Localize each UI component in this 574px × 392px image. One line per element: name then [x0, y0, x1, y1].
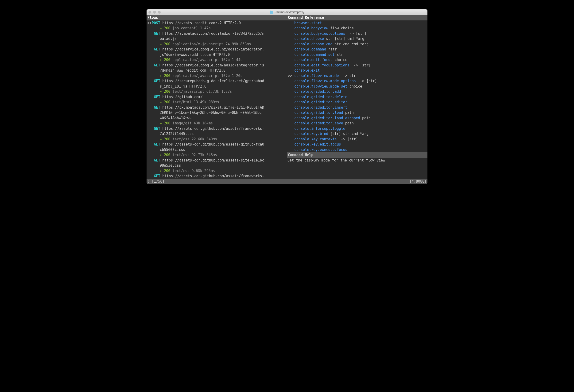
command-row[interactable]: console.edit.focus choice: [287, 57, 427, 63]
command-row[interactable]: console.key.execute.focus: [287, 147, 427, 153]
flows-header: Flows: [146, 15, 287, 20]
command-row[interactable]: console.grideditor.load path: [287, 110, 427, 116]
command-row[interactable]: console.choose.cmd str cmd cmd *arg: [287, 41, 427, 47]
command-row[interactable]: console.command.set str: [287, 52, 427, 58]
close-icon[interactable]: [148, 11, 151, 14]
flow-response: ← 200 application/x-javascript 74.99k 85…: [147, 41, 287, 47]
command-row[interactable]: console.bodyview flow choice: [287, 26, 427, 31]
flows-list[interactable]: >>POST https://events.reddit.com/v2 HTTP…: [146, 20, 287, 179]
command-row[interactable]: console.grideditor.insert: [287, 105, 427, 110]
flow-response: ← 200 text/css 92.73k 548ms: [147, 152, 287, 158]
flow-response: ← 200 text/javascript 61.73k 1.37s: [147, 89, 287, 94]
flow-url-continuation: ZERK1&hp=1&cm=1&kq=2&hq=0&hs=0&hu=0&hr=0…: [147, 110, 287, 116]
flow-response: ← 200 [no content] 1.47s: [147, 26, 287, 31]
flow-url-continuation: ?domain=www.reddit.com HTTP/2.0: [147, 68, 287, 73]
command-row[interactable]: console.grideditor.load_escaped path: [287, 116, 427, 121]
command-row[interactable]: browser.start: [287, 20, 427, 26]
flow-response: ← 200 application/javascript 107b 1.44s: [147, 57, 287, 63]
command-row[interactable]: >> console.flowview.mode -> str: [287, 73, 427, 79]
command-row[interactable]: console.key.contexts -> [str]: [287, 137, 427, 142]
title-text: ~/mitmproxy/mitmproxy: [274, 11, 304, 14]
command-row[interactable]: console.grideditor.editor: [287, 99, 427, 105]
command-row[interactable]: console.bodyview.options -> [str]: [287, 31, 427, 36]
terminal-content: Flows >>POST https://events.reddit.com/v…: [146, 15, 428, 184]
flow-row[interactable]: GET https://assets-cdn.github.com/assets…: [147, 142, 287, 147]
command-row[interactable]: console.key.edit.focus: [287, 142, 427, 147]
flow-url-continuation: js?domain=www.reddit.com HTTP/2.0: [147, 52, 287, 58]
flow-response: ← 200 text/css 22.66k 340ms: [147, 137, 287, 142]
flow-url-continuation: oatad.js: [147, 36, 287, 41]
flow-row[interactable]: GET https://assets-cdn.github.com/assets…: [147, 158, 287, 163]
flow-response: ← 200 text/css 9.68k 295ms: [147, 168, 287, 174]
commands-pane[interactable]: Command Reference browser.start console.…: [287, 15, 428, 179]
flow-row[interactable]: GET https://z.moatads.com/redditadzerk10…: [147, 31, 287, 36]
command-row[interactable]: console.key.bind [str] str cmd *arg: [287, 131, 427, 137]
folder-icon: [270, 11, 273, 14]
flows-pane[interactable]: Flows >>POST https://events.reddit.com/v…: [146, 15, 287, 179]
command-row[interactable]: console.grideditor.add: [287, 89, 427, 94]
flow-url-continuation: 98a53e.css: [147, 163, 287, 168]
minimize-icon[interactable]: [153, 11, 156, 14]
zoom-icon[interactable]: [158, 11, 161, 14]
flow-row[interactable]: GET https://adservice.google.co.nz/adsid…: [147, 47, 287, 52]
command-row[interactable]: console.intercept.toggle: [287, 126, 427, 132]
flow-response: ← 200 image/gif 43b 184ms: [147, 121, 287, 126]
command-row[interactable]: console.grideditor.delete: [287, 94, 427, 100]
command-row[interactable]: console.choose str [str] cmd *arg: [287, 36, 427, 41]
status-right: [*:8080]: [410, 179, 427, 184]
flow-url-continuation: cb55603c.css: [147, 147, 287, 153]
command-row[interactable]: console.flowview.mode.options -> [str]: [287, 78, 427, 84]
flow-row[interactable]: GET https://github.com/: [147, 94, 287, 100]
command-help-text: Get the display mode for the current flo…: [287, 158, 428, 163]
status-bar: ⇩ [1/56] [*:8080]: [146, 179, 428, 184]
flow-url-continuation: 7a12427f1445.css: [147, 131, 287, 137]
flow-row[interactable]: >>POST https://events.reddit.com/v2 HTTP…: [147, 20, 287, 26]
flow-response: ← 200 application/javascript 107b 1.20s: [147, 73, 287, 79]
command-row[interactable]: console.flowview.mode.set choice: [287, 84, 427, 89]
window-title: ~/mitmproxy/mitmproxy: [270, 11, 304, 14]
flow-row[interactable]: GET https://adservice.google.com/adsid/i…: [147, 63, 287, 68]
flow-url-continuation: s_impl_181.js HTTP/2.0: [147, 84, 287, 89]
command-row[interactable]: console.exit: [287, 68, 427, 73]
traffic-lights: [148, 11, 161, 14]
titlebar[interactable]: ~/mitmproxy/mitmproxy: [146, 9, 428, 15]
command-list[interactable]: browser.start console.bodyview flow choi…: [287, 20, 428, 153]
flow-row[interactable]: GET https://assets-cdn.github.com/assets…: [147, 174, 287, 179]
flow-row[interactable]: GET https://assets-cdn.github.com/assets…: [147, 126, 287, 132]
command-row[interactable]: console.command *str: [287, 47, 427, 52]
flow-row[interactable]: GET https://px.moatads.com/pixel.gif?e=1…: [147, 105, 287, 110]
status-left: ⇩ [1/56]: [147, 179, 164, 184]
flow-row[interactable]: GET https://securepubads.g.doubleclick.n…: [147, 78, 287, 84]
flow-response: ← 200 text/html 13.49k 989ms: [147, 99, 287, 105]
command-help-header: Command Help: [287, 152, 428, 158]
flow-url-continuation: =0&f=1&nh=1&tw…: [147, 116, 287, 121]
commands-header: Command Reference: [287, 15, 428, 20]
command-row[interactable]: console.grideditor.save path: [287, 121, 427, 126]
command-row[interactable]: console.edit.focus.options -> [str]: [287, 63, 427, 68]
terminal-window: ~/mitmproxy/mitmproxy Flows >>POST https…: [146, 9, 428, 184]
